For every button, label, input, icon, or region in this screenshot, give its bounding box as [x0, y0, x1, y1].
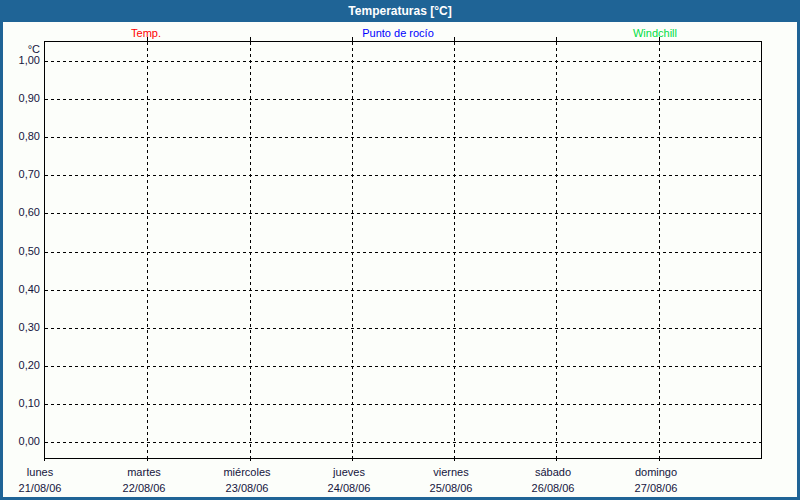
date-label: 22/08/06	[123, 481, 166, 495]
date-label: 27/08/06	[635, 481, 678, 495]
axis-tick-bottom	[44, 458, 45, 461]
chart-title-bar: Temperaturas [°C]	[0, 0, 800, 22]
date-label: 21/08/06	[19, 481, 62, 495]
day-label: viernes	[433, 465, 468, 479]
axis-tick-bottom	[454, 458, 455, 461]
x-gridline	[454, 42, 455, 458]
legend-item-temp: Temp.	[131, 26, 161, 41]
y-gridline	[45, 442, 761, 443]
date-label: 25/08/06	[430, 481, 473, 495]
legend-item-windchill: Windchill	[633, 26, 677, 41]
y-tick-label: 0,80	[3, 129, 40, 143]
legend-item-dewpoint: Punto de rocío	[362, 26, 434, 41]
axis-tick-top	[556, 37, 557, 41]
chart-title: Temperaturas [°C]	[348, 4, 451, 18]
x-gridline	[659, 42, 660, 458]
chart-window: Temperaturas [°C] Temp. Punto de rocío W…	[0, 0, 800, 500]
y-tick-label: 0,70	[3, 167, 40, 181]
plot-area	[44, 41, 762, 459]
y-gridline	[45, 404, 761, 405]
y-gridline	[45, 366, 761, 367]
y-gridline	[45, 137, 761, 138]
x-gridline	[147, 42, 148, 458]
x-gridline	[250, 42, 251, 458]
y-gridline	[45, 213, 761, 214]
y-tick-label: 0,40	[3, 282, 40, 296]
axis-tick-top	[659, 37, 660, 41]
chart-content-area: Temp. Punto de rocío Windchill °C 1,000,…	[3, 22, 797, 497]
y-tick-label: 0,10	[3, 396, 40, 410]
day-label: lunes	[27, 465, 53, 479]
y-tick-label: 0,30	[3, 320, 40, 334]
y-gridline	[45, 252, 761, 253]
axis-tick-top	[147, 37, 148, 41]
day-label: domingo	[635, 465, 677, 479]
axis-tick-bottom	[147, 458, 148, 461]
x-gridline	[556, 42, 557, 458]
day-label: miércoles	[223, 465, 270, 479]
axis-tick-bottom	[250, 458, 251, 461]
x-gridline	[352, 42, 353, 458]
day-label: sábado	[535, 465, 571, 479]
y-tick-label: 0,60	[3, 205, 40, 219]
axis-tick-top	[454, 37, 455, 41]
y-tick-label: 1,00	[3, 53, 40, 67]
day-label: martes	[127, 465, 161, 479]
axis-tick-bottom	[659, 458, 660, 461]
date-label: 24/08/06	[328, 481, 371, 495]
y-tick-label: 0,20	[3, 358, 40, 372]
y-gridline	[45, 328, 761, 329]
axis-tick-bottom	[556, 458, 557, 461]
y-gridline	[45, 290, 761, 291]
y-gridline	[45, 175, 761, 176]
y-tick-label: 0,90	[3, 91, 40, 105]
axis-tick-bottom	[352, 458, 353, 461]
y-gridline	[45, 61, 761, 62]
axis-tick-top	[352, 37, 353, 41]
date-label: 26/08/06	[532, 481, 575, 495]
y-tick-label: 0,00	[3, 434, 40, 448]
y-tick-label: 0,50	[3, 244, 40, 258]
axis-tick-top	[250, 37, 251, 41]
date-label: 23/08/06	[226, 481, 269, 495]
day-label: jueves	[333, 465, 365, 479]
y-gridline	[45, 99, 761, 100]
